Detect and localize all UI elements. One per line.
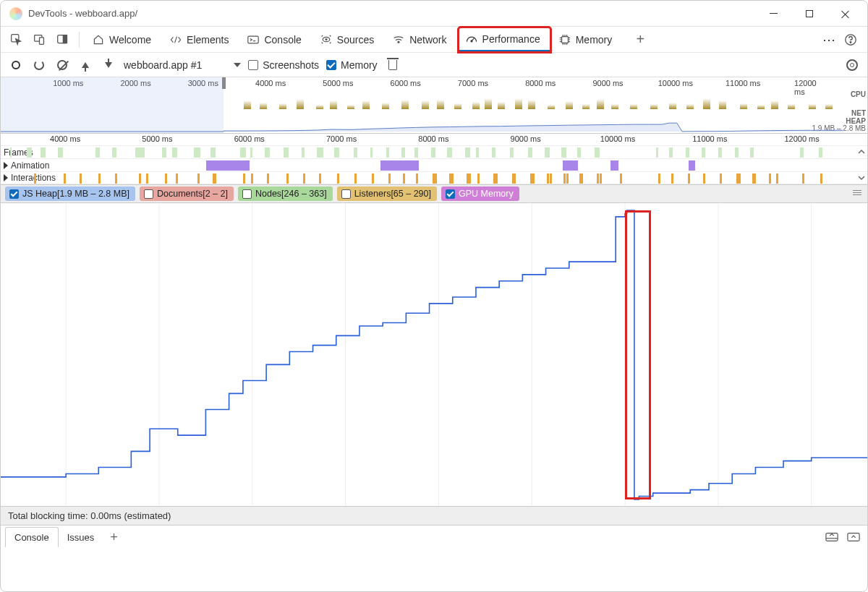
app-icon <box>9 7 22 20</box>
interactions-track[interactable]: Interactions <box>1 171 867 184</box>
settings-button[interactable] <box>844 57 860 73</box>
svg-rect-10 <box>561 36 568 43</box>
recording-name: webboard.app #1 <box>124 59 202 71</box>
chevron-up-icon[interactable] <box>857 147 866 156</box>
drawer-add-tab[interactable]: + <box>103 530 125 545</box>
dock-side-icon[interactable] <box>51 29 73 51</box>
overview-tick: 7000 ms <box>458 79 488 87</box>
elements-icon <box>170 34 182 46</box>
flame-tick: 12000 ms <box>784 134 819 143</box>
js-heap-line <box>1 203 867 507</box>
memory-icon <box>559 34 571 46</box>
window-maximize-button[interactable] <box>796 4 822 24</box>
device-toolbar-icon[interactable] <box>28 29 50 51</box>
console-icon <box>247 34 259 46</box>
overview-heap-track <box>1 121 843 132</box>
window-titlebar: DevTools - webboard.app/ <box>1 1 867 27</box>
kebab-menu-icon[interactable]: ⋯ <box>822 32 837 48</box>
screenshots-toggle[interactable]: Screenshots <box>248 59 319 71</box>
flame-tick: 5000 ms <box>142 134 172 143</box>
screenshots-label: Screenshots <box>263 59 319 71</box>
legend-chip-listeners[interactable]: Listeners[65 – 290] <box>337 186 437 201</box>
memory-chart[interactable] <box>1 203 867 507</box>
svg-rect-4 <box>63 35 67 43</box>
inspect-element-icon[interactable] <box>5 29 27 51</box>
overview-cpu-label: CPU <box>851 90 866 98</box>
flame-tick: 4000 ms <box>50 134 80 143</box>
tab-label: Performance <box>482 33 540 45</box>
checkbox-icon <box>341 189 351 199</box>
overview-tick: 5000 ms <box>323 79 353 87</box>
flame-tick: 8000 ms <box>418 134 448 143</box>
tab-label: Network <box>409 34 446 46</box>
drawer-dock-icon[interactable] <box>825 532 838 542</box>
help-icon[interactable] <box>844 33 857 46</box>
memory-toggle[interactable]: Memory <box>326 59 378 71</box>
svg-rect-5 <box>248 36 258 43</box>
tab-label: Memory <box>576 34 613 46</box>
status-bar: Total blocking time: 0.00ms (estimated) <box>1 507 867 525</box>
legend-chip-js_heap[interactable]: JS Heap[1.9 MB – 2.8 MB] <box>5 186 135 201</box>
memory-legend-bar: JS Heap[1.9 MB – 2.8 MB]Documents[2 – 2]… <box>1 184 867 203</box>
checkbox-icon <box>242 189 252 199</box>
window-title: DevTools - webboard.app/ <box>28 8 137 19</box>
drawer-tab-console[interactable]: Console <box>5 527 59 547</box>
flame-tick: 10000 ms <box>600 134 635 143</box>
tab-label: Sources <box>337 34 374 46</box>
tab-console[interactable]: Console <box>240 27 311 52</box>
checkbox-icon <box>9 189 19 199</box>
flame-tick: 6000 ms <box>234 134 265 143</box>
legend-chip-nodes[interactable]: Nodes[246 – 363] <box>238 186 333 201</box>
drawer-tab-issues[interactable]: Issues <box>59 528 103 547</box>
flame-tick: 11000 ms <box>692 134 727 143</box>
tab-welcome[interactable]: Welcome <box>85 27 161 52</box>
legend-chip-documents[interactable]: Documents[2 – 2] <box>140 186 234 201</box>
overview-tick: 10000 ms <box>658 79 693 87</box>
tab-elements[interactable]: Elements <box>163 27 239 52</box>
chevron-down-icon <box>234 63 241 67</box>
clear-button[interactable] <box>54 57 70 73</box>
tab-network[interactable]: Network <box>386 27 456 52</box>
legend-menu-icon[interactable] <box>853 190 861 195</box>
tab-memory[interactable]: Memory <box>552 27 623 52</box>
svg-point-12 <box>850 41 851 43</box>
svg-rect-2 <box>39 38 43 44</box>
tab-label: Console <box>264 34 301 46</box>
overview-tick: 11000 ms <box>726 79 760 87</box>
tab-label: Elements <box>187 34 229 46</box>
chevron-down-icon[interactable] <box>857 173 866 182</box>
overview-net-label: NET <box>851 109 866 117</box>
home-icon <box>93 34 104 46</box>
window-minimize-button[interactable] <box>760 4 786 24</box>
recording-selector[interactable]: webboard.app #1 <box>124 59 241 71</box>
flamechart-ruler: 4000 ms5000 ms6000 ms7000 ms8000 ms9000 … <box>1 134 867 145</box>
overview-tick: 12000 ms <box>794 79 827 96</box>
sources-icon <box>320 34 332 46</box>
drawer-expand-icon[interactable] <box>847 532 860 542</box>
main-tabs-bar: Welcome Elements Console Sources Network… <box>1 27 867 53</box>
upload-button[interactable] <box>77 57 93 73</box>
overview-panel[interactable]: 1000 ms2000 ms3000 ms4000 ms5000 ms6000 … <box>1 77 867 134</box>
legend-chip-gpu[interactable]: GPU Memory <box>441 186 519 201</box>
animation-track[interactable]: Animation <box>1 158 867 171</box>
flame-tick: 9000 ms <box>511 134 541 143</box>
memory-label: Memory <box>341 59 378 71</box>
record-button[interactable] <box>8 57 24 73</box>
gc-button[interactable] <box>385 57 401 73</box>
performance-toolbar: webboard.app #1 Screenshots Memory <box>1 53 867 77</box>
download-button[interactable] <box>101 57 116 73</box>
overview-tick: 9000 ms <box>592 79 623 87</box>
overview-selection-handle-left[interactable] <box>222 77 226 89</box>
tab-sources[interactable]: Sources <box>313 27 384 52</box>
checkbox-icon <box>248 60 258 70</box>
checkbox-icon <box>326 60 336 70</box>
flamechart-panel[interactable]: 4000 ms5000 ms6000 ms7000 ms8000 ms9000 … <box>1 134 867 184</box>
reload-record-button[interactable] <box>31 57 47 73</box>
tab-performance[interactable]: Performance <box>459 27 550 52</box>
overview-tick: 6000 ms <box>391 79 421 87</box>
frames-track[interactable]: Frames <box>1 145 867 158</box>
add-tab-button[interactable]: + <box>629 29 651 51</box>
window-close-button[interactable] <box>833 4 859 24</box>
performance-icon <box>466 33 477 45</box>
blocking-time-text: Total blocking time: 0.00ms (estimated) <box>8 510 171 521</box>
